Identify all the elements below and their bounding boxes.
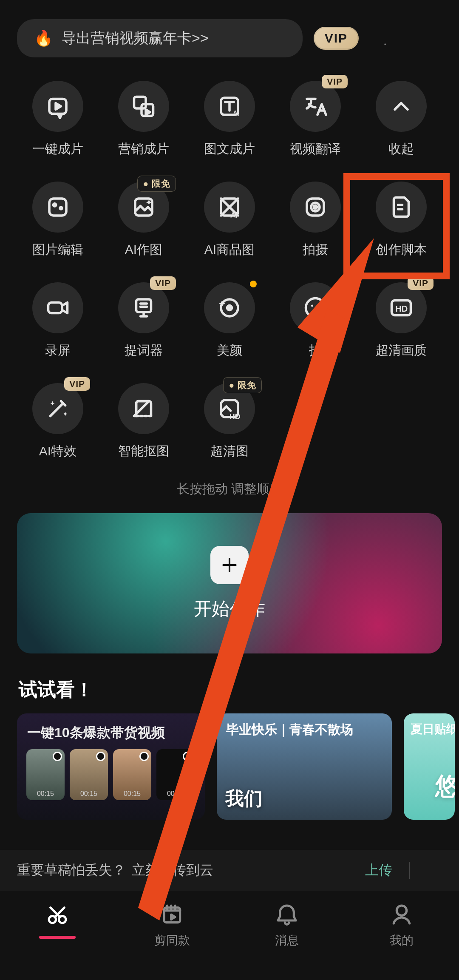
try-title: 试试看！ <box>19 677 94 702</box>
svg-text:AI: AI <box>231 211 238 219</box>
bottom-nav: 剪同款 消息 我的 <box>0 891 459 980</box>
tool-hd-quality[interactable]: HD VIP 超清画质 <box>360 282 442 359</box>
try-card-2[interactable]: 毕业快乐｜青春不散场 我们 <box>217 713 392 820</box>
limited-free-tag: ● 限免 <box>137 176 176 192</box>
svg-point-22 <box>306 298 325 318</box>
svg-point-3 <box>423 34 431 43</box>
limited-free-tag: ● 限免 <box>223 377 262 393</box>
fire-icon: 🔥 <box>34 29 53 47</box>
svg-point-32 <box>397 906 406 915</box>
cloud-upload-strip: 重要草稿怕丢失？ 立刻上传到云 上传 <box>0 850 459 891</box>
tool-photo-edit[interactable]: 图片编辑 <box>17 182 99 258</box>
tool-marketing-video[interactable]: 营销成片 <box>103 81 184 158</box>
upload-link[interactable]: 上传 <box>365 861 392 880</box>
settings-button[interactable] <box>411 23 442 54</box>
svg-rect-5 <box>134 97 146 109</box>
annotation-highlight-box <box>343 173 450 279</box>
promo-pill[interactable]: 🔥 导出营销视频赢年卡>> <box>17 19 303 57</box>
svg-point-10 <box>53 204 56 207</box>
tool-text-to-video[interactable]: AI 图文成片 <box>189 81 270 158</box>
vip-tag: VIP <box>64 377 90 391</box>
svg-text:HD: HD <box>230 412 240 421</box>
svg-point-21 <box>227 306 232 310</box>
tool-teleprompter[interactable]: VIP 提词器 <box>103 282 184 359</box>
svg-text:HD: HD <box>395 304 408 313</box>
drag-hint: 长按拖动 调整顺序 <box>0 480 459 498</box>
plus-icon <box>210 546 249 584</box>
chevron-right-icon[interactable] <box>422 680 440 700</box>
svg-point-11 <box>60 207 62 209</box>
create-label: 开始创作 <box>194 597 265 621</box>
create-card[interactable]: 开始创作 <box>17 513 442 653</box>
active-indicator <box>39 936 76 939</box>
tool-ai-effects[interactable]: VIP AI特效 <box>17 383 99 460</box>
svg-point-1 <box>385 44 386 45</box>
tool-screen-record[interactable]: 录屏 <box>17 282 99 359</box>
notify-dot <box>250 281 257 287</box>
help-button[interactable] <box>370 23 400 54</box>
tool-video-translate[interactable]: VIP 视频翻译 <box>275 81 356 158</box>
try-row[interactable]: 一键10条爆款带货视频 00:15 00:15 00:15 00:00 毕业快乐… <box>0 713 459 820</box>
vip-badge[interactable]: VIP <box>314 27 359 50</box>
tool-beauty[interactable]: 美颜 <box>189 282 270 359</box>
svg-point-17 <box>314 205 317 209</box>
promo-text: 导出营销视频赢年卡>> <box>62 28 209 48</box>
svg-point-0 <box>375 28 395 48</box>
svg-point-24 <box>317 305 320 307</box>
svg-text:AI: AI <box>233 109 240 118</box>
nav-messages[interactable]: 消息 <box>230 903 344 949</box>
try-card-1[interactable]: 一键10条爆款带货视频 00:15 00:15 00:15 00:00 <box>17 713 205 820</box>
nav-templates[interactable]: 剪同款 <box>115 903 230 949</box>
tool-smart-cutout[interactable]: 智能抠图 <box>103 383 184 460</box>
close-icon[interactable] <box>427 861 442 880</box>
tool-ai-product-image[interactable]: AI AI商品图 <box>189 182 270 258</box>
nav-profile[interactable]: 我的 <box>344 903 459 949</box>
chevron-right-icon <box>275 30 288 47</box>
try-card-3[interactable]: 夏日贴纸 悠 <box>404 713 455 820</box>
svg-rect-18 <box>48 303 62 313</box>
svg-rect-9 <box>49 199 66 216</box>
svg-marker-2 <box>418 28 435 48</box>
tool-one-click-video[interactable]: 一键成片 <box>17 81 99 158</box>
tool-collapse[interactable]: 收起 <box>360 81 442 158</box>
vip-tag: VIP <box>150 276 176 290</box>
tool-hd-image[interactable]: HD ● 限免 超清图 <box>189 383 270 460</box>
tool-ai-image[interactable]: ● 限免 AI作图 <box>103 182 184 258</box>
nav-edit[interactable] <box>0 903 115 926</box>
tool-shoot2[interactable]: 拍 <box>275 282 356 359</box>
vip-tag: VIP <box>322 75 348 88</box>
svg-point-23 <box>311 305 313 307</box>
